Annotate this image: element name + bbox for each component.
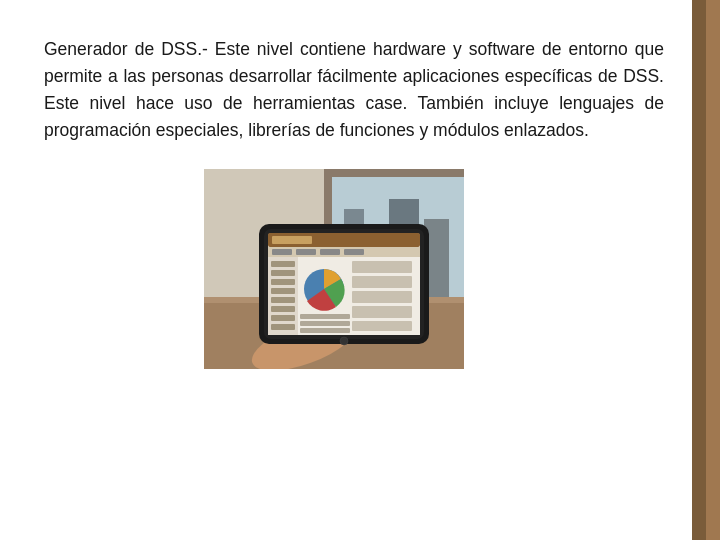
svg-point-43: [340, 337, 348, 345]
svg-rect-32: [271, 315, 295, 321]
svg-rect-23: [344, 249, 364, 255]
svg-rect-26: [271, 261, 295, 267]
svg-rect-37: [352, 291, 412, 303]
main-content: Generador de DSS.- Este nivel contiene h…: [44, 36, 676, 520]
main-paragraph: Generador de DSS.- Este nivel contiene h…: [44, 36, 664, 145]
svg-rect-40: [300, 314, 350, 319]
svg-rect-31: [271, 306, 295, 312]
bottom-area: [44, 169, 676, 369]
svg-rect-2: [324, 169, 464, 177]
text-block: Generador de DSS.- Este nivel contiene h…: [44, 36, 664, 145]
tablet-image-container: [204, 169, 464, 369]
svg-rect-35: [352, 261, 412, 273]
svg-rect-21: [296, 249, 316, 255]
svg-rect-41: [300, 321, 350, 326]
slide-container: Generador de DSS.- Este nivel contiene h…: [0, 0, 720, 540]
svg-rect-30: [271, 297, 295, 303]
svg-rect-18: [272, 236, 312, 244]
svg-rect-33: [271, 324, 295, 330]
svg-rect-25: [268, 257, 298, 335]
svg-rect-42: [300, 328, 350, 333]
deco-bar-dark: [692, 0, 706, 540]
tablet-illustration: [204, 169, 464, 369]
svg-rect-36: [352, 276, 412, 288]
svg-rect-39: [352, 321, 412, 331]
svg-rect-28: [271, 279, 295, 285]
svg-rect-22: [320, 249, 340, 255]
svg-rect-27: [271, 270, 295, 276]
deco-bar-light: [706, 0, 720, 540]
svg-rect-38: [352, 306, 412, 318]
deco-bars: [692, 0, 720, 540]
svg-rect-29: [271, 288, 295, 294]
svg-rect-20: [272, 249, 292, 255]
